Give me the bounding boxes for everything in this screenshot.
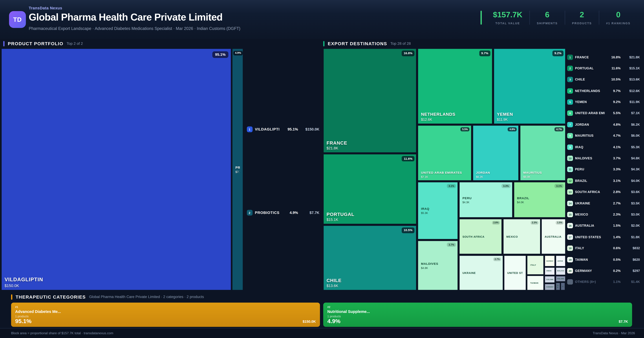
- block-name: OMAN: [546, 270, 553, 272]
- block-name: PERU: [462, 196, 509, 200]
- product-share: 95.1%: [282, 127, 298, 132]
- block-name: UNITED ARAB EMIRATES: [421, 171, 468, 175]
- treemap-block-yemen[interactable]: 9.2%YEMEN$11.9K: [494, 48, 566, 124]
- country-share: 16.8%: [607, 55, 620, 59]
- country-name: TAIWAN: [575, 258, 605, 262]
- ranking-row-united-arab-emirates[interactable]: 6UNITED ARAB EMIRATES5.5%$7.1K: [567, 110, 640, 116]
- treemap-block-brazil[interactable]: 3.1%BRAZIL$4.0K: [514, 182, 566, 218]
- ranking-row-south-africa[interactable]: 13SOUTH AFRICA2.8%$3.6K: [567, 189, 640, 195]
- treemap-block-maldives[interactable]: 3.7%MALDIVES$4.8K: [418, 241, 458, 290]
- rank-badge: 16: [567, 223, 573, 228]
- ranking-row-taiwan[interactable]: 19TAIWAN0.5%$620: [567, 256, 640, 262]
- ranking-row-italy[interactable]: 18ITALY0.6%$832: [567, 246, 640, 251]
- ranking-row-brazil[interactable]: 12BRAZIL3.1%$4.0K: [567, 178, 640, 184]
- share-badge: 4.8%: [508, 127, 517, 131]
- ranking-row-france[interactable]: 1FRANCE16.8%$21.8K: [567, 54, 640, 60]
- country-share: 3.7%: [607, 156, 620, 160]
- ranking-row-iraq[interactable]: 9IRAQ4.1%$5.3K: [567, 144, 640, 150]
- treemap-block-south-k[interactable]: SOUTH K...: [556, 282, 560, 290]
- treemap-block-bolivia[interactable]: BOLIVIA: [556, 267, 566, 275]
- treemap-block-japan[interactable]: JAPAN: [556, 256, 566, 267]
- rank-badge: 1: [246, 126, 252, 132]
- share-badge: 9.7%: [479, 50, 490, 56]
- treemap-block-chile[interactable]: 10.5%CHILE$13.6K: [323, 226, 416, 290]
- treemap-block-poland[interactable]: POLAND: [556, 276, 566, 282]
- page-title: Global Pharma Health Care Private Limite…: [29, 12, 222, 23]
- country-value: $11.9K: [623, 100, 640, 104]
- treemap-block-portugal[interactable]: 11.6%PORTUGAL$15.1K: [323, 154, 416, 224]
- treemap-block-australia[interactable]: 1.5%AUSTRALIA: [541, 219, 566, 254]
- block-name: VILDAGLIPTIN: [4, 277, 228, 282]
- ranking-row-chile[interactable]: 3CHILE10.5%$13.6K: [567, 77, 640, 82]
- share-badge: 4.1%: [447, 184, 456, 188]
- rank-badge: 18: [567, 246, 573, 251]
- ranking-row-yemen[interactable]: 5YEMEN9.2%$11.9K: [567, 99, 640, 105]
- treemap-block-colombia[interactable]: COLOMBIA: [545, 276, 555, 283]
- share-badge: 9.2%: [552, 50, 564, 56]
- block-name: UNITED STATES: [507, 272, 523, 274]
- treemap-block-south-africa[interactable]: 2.8%SOUTH AFRICA: [459, 219, 502, 254]
- share-badge: 16.8%: [402, 50, 414, 56]
- panel-title: THERAPEUTIC CATEGORIES: [16, 294, 86, 299]
- block-name: JORDAN: [476, 171, 516, 175]
- stat-label: #1 RANKINGS: [606, 22, 630, 24]
- product-list-item-probiotics[interactable]: 2 PROBIOTICS 4.9% $7.7K: [246, 209, 319, 216]
- ranking-row-germany[interactable]: 20GERMANY0.2%$297: [567, 268, 640, 274]
- category-value: $7.7K: [619, 320, 628, 324]
- treemap-block-netherlands[interactable]: 9.7%NETHERLANDS$12.6K: [418, 48, 492, 124]
- panel-subtitle: Global Pharma Health Care Private Limite…: [89, 295, 204, 299]
- ranking-row-mexico[interactable]: 15MEXICO2.3%$3.0K: [567, 212, 640, 218]
- treemap-block-vildagliptin[interactable]: 95.1% VILDAGLIPTIN $150.0K: [1, 48, 231, 290]
- category-card-advanced-diabetes[interactable]: #1 Advanced Diabetes Me... 1 products 95…: [11, 302, 320, 327]
- country-name: MALDIVES: [575, 156, 605, 160]
- footer-note: Block area = proportional share of $157.…: [11, 331, 113, 335]
- product-list-item-vildagliptin[interactable]: 1 VILDAGLIPTIN 95.1% $150.0K: [246, 126, 319, 133]
- country-value: $832: [623, 246, 640, 250]
- country-value: $3.6K: [623, 190, 640, 194]
- share-badge: 3.3%: [502, 184, 510, 188]
- country-value: $4.8K: [623, 156, 640, 160]
- treemap-block-canada[interactable]: CANADA: [545, 284, 555, 290]
- treemap-block-united-states[interactable]: UNITED STATES: [504, 256, 526, 290]
- block-value: $15.1K: [326, 218, 413, 222]
- treemap-block-united-arab-emirates[interactable]: 5.5%UNITED ARAB EMIRATES$7.1K: [418, 125, 472, 181]
- page-subtitle: Pharmaceutical Export Landscape · Advanc…: [29, 26, 240, 31]
- share-badge: 5.5%: [460, 127, 470, 131]
- block-value: $4.0K: [517, 201, 562, 204]
- treemap-block-germany[interactable]: GERMANY: [545, 256, 555, 267]
- country-name: JORDAN: [575, 123, 605, 126]
- stat-label: PRODUCTS: [572, 22, 592, 24]
- country-name: MAURITIUS: [575, 134, 605, 138]
- treemap-block-china[interactable]: CHINA: [560, 282, 565, 290]
- ranking-row-portugal[interactable]: 2PORTUGAL11.6%$15.1K: [567, 66, 640, 71]
- product-share: 4.9%: [282, 210, 298, 215]
- ranking-row-ukraine[interactable]: 14UKRAINE2.7%$3.5K: [567, 200, 640, 206]
- country-value: $3.0K: [623, 213, 640, 216]
- treemap-block-iraq[interactable]: 4.1%IRAQ$5.3K: [418, 182, 458, 239]
- block-name: COLOMBIA: [546, 279, 553, 280]
- category-card-nutritional-supplements[interactable]: #2 Nutritional Suppleme... 1 products 4.…: [323, 302, 632, 327]
- treemap-block-jordan[interactable]: 4.8%JORDAN$6.2K: [473, 125, 519, 181]
- ranking-row-maldives[interactable]: 10MALDIVES3.7%$4.8K: [567, 156, 640, 161]
- ranking-row-jordan[interactable]: 7JORDAN4.8%$6.2K: [567, 122, 640, 128]
- treemap-block-probiotics[interactable]: 4.9% PROBIOTICS $7.7K: [232, 48, 243, 290]
- treemap-block-france[interactable]: 16.8%FRANCE$21.8K: [323, 48, 416, 153]
- ranking-row-mauritius[interactable]: 8MAURITIUS4.7%$6.0K: [567, 133, 640, 139]
- category-products: 1 products: [327, 315, 341, 318]
- treemap-block-italy[interactable]: ITALY: [527, 256, 544, 275]
- treemap-block-peru[interactable]: 3.3%PERU$4.3K: [459, 182, 512, 218]
- ranking-row-others-8[interactable]: OTHERS (8+)1.1%$1.4K: [567, 279, 640, 285]
- treemap-block-mexico[interactable]: 2.3%MEXICO: [503, 219, 540, 254]
- country-share: 2.8%: [607, 190, 620, 194]
- treemap-block-mauritius[interactable]: 4.7%MAURITIUS$6.0K: [520, 125, 566, 181]
- ranking-row-peru[interactable]: 11PERU3.3%$4.3K: [567, 167, 640, 172]
- country-name: SOUTH AFRICA: [575, 190, 605, 194]
- rank-badge: 2: [567, 66, 573, 71]
- block-name: PROBIOTICS: [236, 166, 240, 170]
- ranking-row-netherlands[interactable]: 4NETHERLANDS9.7%$12.6K: [567, 88, 640, 94]
- treemap-block-ukraine[interactable]: 2.7%UKRAINE: [459, 256, 503, 290]
- ranking-row-united-states[interactable]: 17UNITED STATES1.4%$1.8K: [567, 234, 640, 240]
- ranking-row-australia[interactable]: 16AUSTRALIA1.5%$2.0K: [567, 223, 640, 229]
- treemap-block-taiwan[interactable]: TAIWAN: [527, 276, 544, 290]
- treemap-block-oman[interactable]: OMAN: [545, 267, 555, 275]
